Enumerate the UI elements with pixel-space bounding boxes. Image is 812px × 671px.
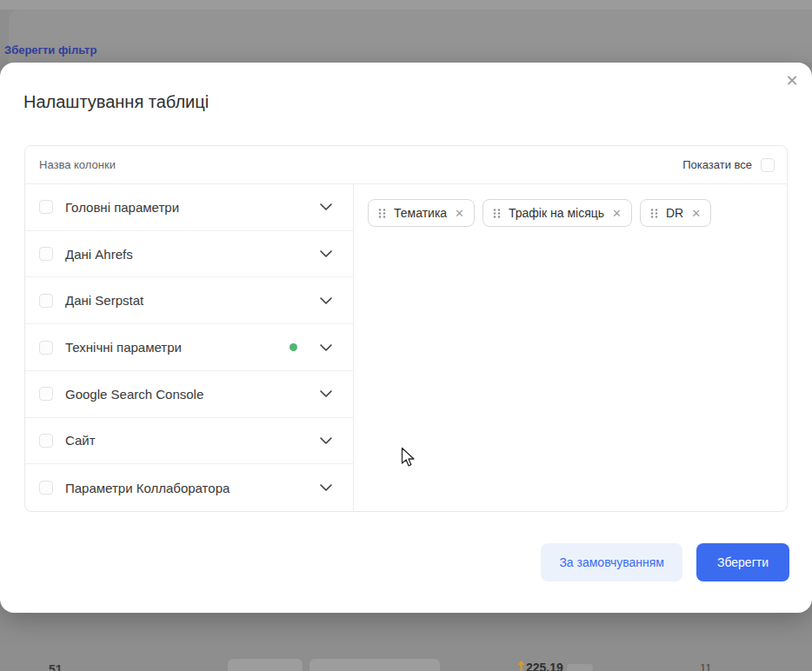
table-price-value: 225.19 (526, 661, 563, 671)
modal-title: Налаштування таблиці (23, 92, 209, 112)
chevron-down-icon[interactable] (320, 390, 332, 397)
category-row-site[interactable]: Сайт (25, 418, 353, 465)
column-chip-traffic-per-month[interactable]: Трафік на місяць ✕ (483, 199, 632, 227)
category-label: Google Search Console (65, 387, 308, 402)
green-status-dot (290, 343, 297, 351)
category-row-serpstat[interactable]: Дані Serpstat (25, 277, 353, 324)
chevron-down-icon[interactable] (320, 203, 332, 210)
chip-label: DR (666, 206, 683, 220)
panel-header: Назва колонки Показати все (25, 146, 787, 184)
table-settings-modal: Налаштування таблиці ✕ Назва колонки Пок… (0, 63, 812, 613)
show-all-label: Показати все (682, 158, 752, 171)
table-price-cell: 225.19 (518, 661, 563, 671)
category-checkbox[interactable] (39, 341, 53, 355)
drag-handle-icon[interactable] (650, 208, 658, 219)
chip-label: Трафік на місяць (509, 206, 604, 220)
columns-panel: Назва колонки Показати все Головні парам… (24, 145, 788, 512)
chip-remove-icon[interactable]: ✕ (612, 207, 622, 220)
category-label: Дані Serpstat (65, 293, 308, 308)
category-row-collaborator-params[interactable]: Параметри Коллаборатора (25, 464, 353, 511)
default-button[interactable]: За замовчуванням (541, 543, 682, 581)
category-row-ahrefs[interactable]: Дані Ahrefs (25, 231, 353, 278)
category-label: Сайт (65, 433, 308, 448)
category-row-technical-params[interactable]: Технічні параметри (25, 324, 353, 371)
category-list: Головні параметри Дані Ahrefs Дані Serps… (25, 184, 354, 511)
table-row-right-value: 11 (700, 661, 712, 671)
drag-handle-icon[interactable] (493, 208, 501, 219)
chip-remove-icon[interactable]: ✕ (691, 207, 701, 220)
category-label: Головні параметри (65, 200, 308, 215)
panel-body: Головні параметри Дані Ahrefs Дані Serps… (25, 184, 787, 511)
drag-handle-icon[interactable] (378, 208, 386, 219)
category-row-main-params[interactable]: Головні параметри (25, 184, 353, 231)
modal-footer: За замовчуванням Зберегти (541, 543, 789, 581)
chip-remove-icon[interactable]: ✕ (455, 207, 464, 220)
category-checkbox[interactable] (39, 481, 53, 495)
category-label: Параметри Коллаборатора (65, 481, 308, 495)
show-all-control: Показати все (682, 158, 775, 172)
page-top-band (0, 0, 812, 10)
chevron-down-icon[interactable] (320, 344, 332, 351)
show-all-checkbox[interactable] (761, 158, 775, 172)
category-checkbox[interactable] (39, 294, 53, 308)
column-name-header: Назва колонки (39, 158, 116, 171)
category-checkbox[interactable] (39, 434, 53, 448)
category-label: Дані Ahrefs (65, 247, 308, 262)
table-row-left-value: 51 (49, 662, 63, 671)
category-checkbox[interactable] (39, 200, 53, 214)
category-label: Технічні параметри (65, 340, 277, 355)
category-checkbox[interactable] (39, 387, 53, 401)
close-icon[interactable]: ✕ (782, 70, 802, 91)
orange-up-indicator-icon (518, 661, 524, 671)
category-checkbox[interactable] (39, 247, 53, 261)
category-row-google-search-console[interactable]: Google Search Console (25, 371, 353, 418)
chip-label: Тематика (394, 206, 447, 220)
chevron-down-icon[interactable] (320, 250, 332, 257)
table-cell-pill (228, 659, 303, 671)
column-chip-dr[interactable]: DR ✕ (640, 199, 711, 227)
save-filter-link[interactable]: Зберегти фільтр (4, 43, 97, 56)
chevron-down-icon[interactable] (320, 437, 332, 444)
selected-columns-area: Тематика ✕ Трафік на місяць ✕ DR ✕ (354, 184, 787, 511)
save-button[interactable]: Зберегти (696, 543, 789, 581)
table-cell-fragment (567, 664, 593, 671)
chevron-down-icon[interactable] (320, 297, 332, 304)
table-cell-pill (309, 659, 440, 671)
dimmed-page-card (9, 10, 812, 63)
column-chip-tematyka[interactable]: Тематика ✕ (368, 199, 475, 227)
chevron-down-icon[interactable] (320, 484, 332, 491)
